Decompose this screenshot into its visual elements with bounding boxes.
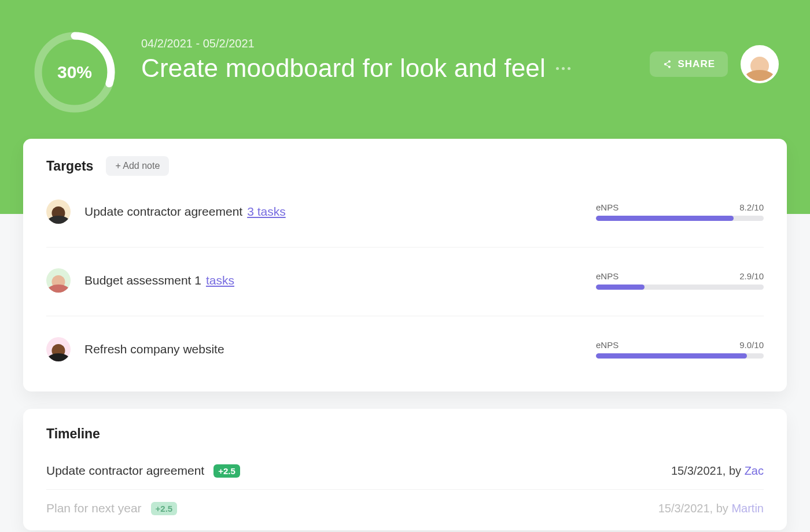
timeline-row[interactable]: Update contractor agreement+2.515/3/2021… — [46, 452, 764, 489]
timeline-meta: 15/3/2021, by Zac — [671, 464, 764, 478]
target-row[interactable]: Budget assessment 1 taskseNPS2.9/10 — [46, 247, 764, 305]
target-title: Update contractor agreement — [84, 205, 242, 219]
progress-ring: 30% — [31, 29, 118, 116]
tasks-link[interactable]: tasks — [206, 274, 234, 287]
timeline-meta: 15/3/2021, by Martin — [658, 502, 764, 515]
target-row[interactable]: Update contractor agreement 3 taskseNPS8… — [46, 186, 764, 237]
timeline-item-title: Update contractor agreement — [46, 464, 204, 478]
metric-value: 2.9/10 — [739, 271, 764, 281]
target-metric: eNPS2.9/10 — [596, 271, 764, 290]
owner-avatar[interactable] — [741, 45, 779, 83]
assignee-avatar[interactable] — [46, 337, 71, 361]
target-title: Budget assessment 1 — [84, 274, 201, 287]
target-main: Update contractor agreement 3 tasks — [84, 205, 582, 219]
share-icon — [662, 60, 672, 69]
progress-percent-label: 30% — [31, 29, 118, 116]
metric-label: eNPS — [596, 340, 618, 350]
tasks-link[interactable]: 3 tasks — [247, 205, 286, 219]
page-title: Create moodboard for look and feel — [141, 54, 546, 83]
timeline-author[interactable]: Zac — [745, 464, 764, 477]
target-metric: eNPS9.0/10 — [596, 340, 764, 359]
timeline-row[interactable]: Plan for next year+2.515/3/2021, by Mart… — [46, 489, 764, 527]
target-metric: eNPS8.2/10 — [596, 202, 764, 221]
assignee-avatar[interactable] — [46, 200, 71, 224]
target-main: Refresh company website — [84, 342, 582, 356]
metric-label: eNPS — [596, 271, 618, 281]
metric-bar — [596, 353, 764, 359]
date-range: 04/2/2021 - 05/2/2021 — [141, 37, 627, 50]
timeline-list: Update contractor agreement+2.515/3/2021… — [46, 452, 764, 527]
targets-card: Targets + Add note Update contractor agr… — [23, 139, 787, 391]
metric-label: eNPS — [596, 202, 618, 212]
target-title: Refresh company website — [84, 342, 224, 356]
share-button[interactable]: SHARE — [650, 51, 728, 77]
metric-value: 8.2/10 — [739, 202, 764, 212]
timeline-author[interactable]: Martin — [731, 502, 764, 515]
metric-value: 9.0/10 — [739, 340, 764, 350]
delta-badge: +2.5 — [151, 502, 178, 515]
target-row[interactable]: Refresh company websiteeNPS9.0/10 — [46, 316, 764, 374]
targets-title: Targets — [46, 158, 93, 174]
timeline-card: Timeline Update contractor agreement+2.5… — [23, 409, 787, 530]
delta-badge: +2.5 — [213, 464, 240, 478]
metric-bar — [596, 216, 764, 221]
targets-list: Update contractor agreement 3 taskseNPS8… — [46, 186, 764, 374]
target-main: Budget assessment 1 tasks — [84, 274, 582, 287]
timeline-item-title: Plan for next year — [46, 501, 142, 515]
add-note-button[interactable]: + Add note — [106, 156, 169, 176]
more-icon[interactable] — [556, 67, 570, 70]
timeline-title: Timeline — [46, 426, 100, 442]
assignee-avatar[interactable] — [46, 268, 71, 293]
share-button-label: SHARE — [678, 58, 715, 70]
metric-bar — [596, 285, 764, 290]
